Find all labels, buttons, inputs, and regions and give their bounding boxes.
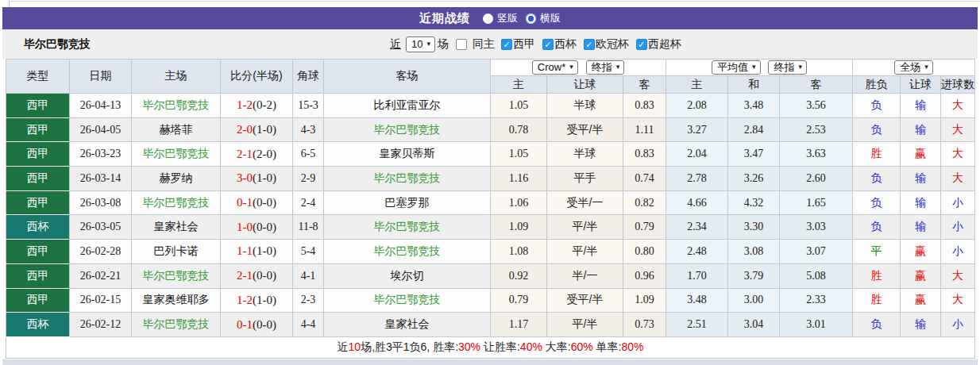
corner-count: 2-4	[293, 190, 324, 215]
filters: 近 10 ▾ 场 同主 ✓西甲 ✓西杯 ✓欧冠杯 ✓西超杯	[390, 36, 681, 52]
summary-stat-label: 场,胜3平1负6, 胜率:	[361, 340, 458, 353]
avg-away-odds: 3.07	[780, 240, 853, 264]
handicap-line: 受平/半	[547, 288, 623, 313]
handicap-home-odds: 1.06	[491, 190, 547, 215]
recent-link[interactable]: 近	[390, 37, 401, 52]
avg-away-odds: 3.03	[780, 215, 853, 240]
col-header-let-away: 客	[623, 76, 666, 94]
win-loss-result: 负	[853, 215, 901, 240]
handicap-stage-select[interactable]: 终指 ▾	[586, 60, 625, 75]
handicap-selects-cell: Crow* ▾ 终指 ▾	[491, 60, 666, 76]
radio-unchecked-icon[interactable]	[483, 13, 493, 24]
page-title: 近期战绩	[419, 11, 470, 26]
handicap-home-odds: 1.05	[491, 94, 547, 118]
layout-option-horizontal[interactable]: 横版	[526, 11, 561, 25]
handicap-line: 平/半	[547, 313, 623, 337]
table-row: 西甲 26-02-28 巴列卡诺 1-1(1-0) 5-4 毕尔巴鄂竞技 1.0…	[6, 240, 975, 264]
avg-away-odds: 2.53	[780, 117, 853, 142]
fulltime-score: 2-1	[237, 269, 253, 282]
col-header-let-result: 让球	[901, 76, 941, 94]
europe-source-select[interactable]: 平均值 ▾	[712, 60, 761, 75]
corner-count: 6-5	[293, 142, 324, 167]
goals-result: 大	[941, 167, 975, 191]
home-team: 毕尔巴鄂竞技	[132, 94, 221, 118]
win-loss-result: 负	[853, 313, 901, 337]
away-team: 毕尔巴鄂竞技	[324, 167, 491, 191]
handicap-result: 赢	[901, 142, 941, 167]
goals-result: 小	[941, 190, 975, 215]
avg-draw-odds: 3.26	[728, 167, 780, 191]
handicap-line: 平/半	[547, 240, 623, 264]
chevron-down-icon: ▾	[924, 63, 928, 71]
col-header-goals: 进球数	[941, 76, 975, 94]
corner-count: 15-3	[293, 94, 324, 118]
goals-result: 大	[941, 142, 975, 167]
match-type-badge: 西甲	[6, 117, 70, 142]
summary-stat-value: 60%	[571, 340, 593, 353]
league-checkbox-0[interactable]: ✓	[501, 39, 512, 50]
col-header-avg-away: 客	[780, 76, 853, 94]
handicap-result: 输	[901, 167, 941, 191]
away-team: 巴塞罗那	[324, 190, 491, 215]
same-home-checkbox[interactable]	[456, 39, 467, 50]
league-checkbox-2[interactable]: ✓	[584, 39, 595, 50]
handicap-away-odds: 0.74	[623, 167, 666, 191]
home-team: 赫罗纳	[132, 167, 221, 191]
summary-text: 近10场,胜3平1负6, 胜率:30% 让胜率:40% 大率:60% 单率:80…	[6, 336, 975, 358]
league-label: 西杯	[554, 37, 577, 50]
avg-draw-odds: 3.00	[728, 288, 780, 313]
league-label: 西超杯	[648, 37, 681, 50]
avg-draw-odds: 3.48	[728, 94, 780, 118]
fulltime-score: 3-0	[237, 171, 253, 184]
league-label: 欧冠杯	[596, 37, 629, 50]
avg-home-odds: 3.27	[666, 117, 728, 142]
goals-result: 小	[941, 215, 975, 240]
avg-draw-odds: 3.04	[728, 313, 780, 337]
goals-result: 小	[941, 240, 975, 264]
win-loss-result: 负	[853, 117, 901, 142]
matches-label: 场	[438, 37, 449, 52]
summary-stat-label: 大率:	[542, 340, 571, 353]
match-type-badge: 西杯	[6, 313, 70, 337]
away-team: 皇家贝蒂斯	[324, 142, 491, 167]
table-row: 西甲 26-03-23 毕尔巴鄂竞技 2-1(2-0) 6-5 皇家贝蒂斯 1.…	[6, 142, 975, 167]
halftime-score: (1-0)	[253, 123, 276, 136]
avg-home-odds: 2.04	[666, 142, 728, 167]
corner-count: 4-4	[293, 313, 324, 337]
halftime-score: (0-0)	[253, 196, 276, 209]
fulltime-score: 0-1	[237, 318, 253, 331]
avg-home-odds: 4.66	[666, 190, 728, 215]
table-row: 西甲 26-04-13 毕尔巴鄂竞技 1-2(0-2) 15-3 比利亚雷亚尔 …	[6, 94, 975, 118]
home-team: 皇家社会	[132, 215, 221, 240]
fulltime-score: 1-2	[237, 98, 253, 111]
layout-option-vertical[interactable]: 竖版	[483, 11, 518, 25]
league-checkbox-3[interactable]: ✓	[636, 39, 647, 50]
handicap-source-value: Crow*	[538, 61, 565, 73]
avg-away-odds: 3.63	[780, 142, 853, 167]
recent-count-select[interactable]: 10 ▾	[406, 36, 435, 52]
europe-stage-select[interactable]: 终指 ▾	[768, 60, 807, 75]
corner-count: 5-4	[293, 240, 324, 264]
handicap-home-odds: 0.78	[491, 117, 547, 142]
fulltime-score: 2-0	[237, 123, 253, 136]
radio-checked-icon[interactable]	[526, 13, 536, 24]
recent-count-value: 10	[411, 38, 422, 50]
handicap-source-select[interactable]: Crow* ▾	[532, 60, 578, 75]
league-checkbox-1[interactable]: ✓	[542, 39, 554, 50]
win-loss-result: 平	[853, 240, 901, 264]
avg-home-odds: 2.34	[666, 215, 728, 240]
corner-count: 4-3	[293, 117, 324, 142]
home-team: 毕尔巴鄂竞技	[132, 263, 221, 288]
away-team: 埃尔切	[324, 263, 491, 288]
league-filters: ✓西甲 ✓西杯 ✓欧冠杯 ✓西超杯	[497, 37, 681, 52]
summary-stat-label: 让胜率:	[480, 340, 520, 353]
check-icon: ✓	[503, 40, 510, 49]
summary-stat-label: 近	[338, 340, 349, 353]
home-team: 皇家奥维耶多	[132, 288, 221, 313]
halftime-score: (0-2)	[253, 98, 276, 111]
halftime-score: (1-0)	[253, 294, 276, 306]
europe-source-value: 平均值	[717, 60, 748, 75]
match-date: 26-02-28	[70, 240, 132, 264]
scope-select[interactable]: 全场 ▾	[894, 60, 933, 75]
corner-count: 2-3	[293, 288, 324, 313]
